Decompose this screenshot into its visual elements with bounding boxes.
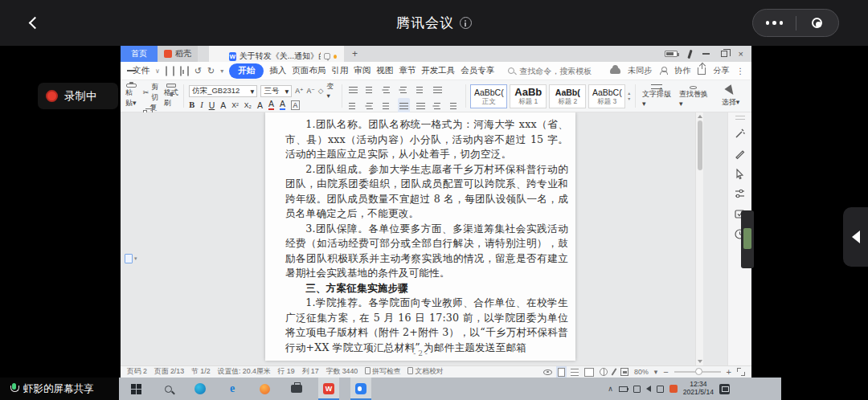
info-icon[interactable] [460,17,472,29]
menu-tab-insert[interactable]: 插入 [269,65,286,76]
enclose-char-button[interactable]: A [291,100,300,110]
tray-app-icon[interactable] [633,386,641,393]
collaborate-button[interactable]: 协作 [674,65,690,76]
menu-tab-start[interactable]: 开始 [229,63,264,79]
line-spacing-button[interactable] [432,98,444,114]
highlight-color-button[interactable]: A [268,100,274,110]
restore-button[interactable] [721,51,727,57]
menu-tab-section[interactable]: 章节 [399,65,416,76]
scrollbar-thumb[interactable] [698,120,702,170]
menu-tab-references[interactable]: 引用 [331,65,348,76]
tray-red-app-icon[interactable] [669,385,678,393]
vertical-scrollbar[interactable] [695,112,703,365]
tab-document[interactable]: W 关于转发《关...通知》的通知 [209,46,344,62]
tab-home[interactable]: 首页 [121,46,158,62]
capsule-close-button[interactable] [796,18,839,28]
zoom-in-button[interactable]: + [727,368,731,377]
print-layout-view-button[interactable] [558,368,565,377]
undo-button[interactable]: ↺ [194,66,202,76]
char-border-button[interactable]: A [220,100,226,110]
read-view-button[interactable] [584,368,594,377]
styles-scroll-buttons[interactable]: ▴▾ [628,91,630,102]
select-cursor-icon[interactable] [734,168,746,180]
style-normal[interactable]: AaBbC( 正文 [470,84,507,108]
command-search[interactable] [508,66,604,76]
select-button[interactable]: 选择▾ [714,82,747,110]
taskbar-edge[interactable] [190,378,211,400]
save-icon[interactable] [166,66,167,76]
web-view-button[interactable] [600,368,608,376]
cut-button[interactable]: ✂剪切 [143,82,159,103]
numbered-list-button[interactable] [364,82,376,98]
decrease-indent-button[interactable] [381,82,393,98]
italic-button[interactable]: I [200,100,203,109]
taskbar-ie[interactable]: e [222,378,243,400]
doc-proof-button[interactable]: 文档校对 [407,367,443,377]
export-icon[interactable] [173,66,174,76]
text-layout-button[interactable]: 文字排版▾ [641,82,673,110]
spell-check-button[interactable]: 拼写检查 [365,367,400,377]
paste-options-button[interactable]: ▾ [125,254,137,263]
style-heading3[interactable]: AaBbC( 标题 3 [588,84,625,108]
zoom-value[interactable]: 80% [634,368,649,376]
taskbar-search-button[interactable] [158,378,178,400]
tab-docer[interactable]: 稻壳 [158,46,198,62]
font-size-select[interactable]: 三号▾ [260,85,292,97]
format-painter-button[interactable]: 格式刷 [164,82,179,110]
scroll-up-icon[interactable] [698,115,702,118]
document-page[interactable]: 1.团队名称。团队名称统一格式为：河海大学 xxx（省、市、县）xxx（活动内容… [265,112,575,361]
back-button[interactable] [31,18,42,29]
preview-icon[interactable] [187,66,189,76]
shrink-font-button[interactable]: A⁻ [307,87,315,95]
paste-button[interactable]: 粘贴▾ [125,82,138,110]
status-word-count[interactable]: 字数 3440 [326,367,358,377]
taskbar-browser360[interactable] [254,378,275,400]
shading-button[interactable] [448,98,461,114]
scroll-down-icon[interactable] [698,360,702,363]
print-icon[interactable] [180,66,182,76]
redo-button[interactable]: ↻ [207,66,215,76]
close-button[interactable]: × [739,50,743,59]
taskbar-tencent-meeting[interactable] [350,378,371,400]
align-center-button[interactable] [364,98,376,114]
action-center-icon[interactable] [719,384,730,394]
bullet-list-button[interactable] [347,82,359,98]
more-button[interactable] [753,21,796,25]
justify-button[interactable] [398,98,410,114]
align-left-button[interactable] [347,98,359,114]
distribute-button[interactable] [415,98,427,114]
command-search-input[interactable] [518,66,604,76]
phonetic-guide-button[interactable]: 变▾ [326,82,336,100]
menu-tab-review[interactable]: 审阅 [354,65,371,76]
adjust-sliders-icon[interactable] [734,188,746,200]
network-icon[interactable] [657,386,664,393]
font-color-button[interactable]: A [280,100,285,110]
menu-tab-member[interactable]: 会员专享 [461,65,494,76]
taskbar-wps[interactable]: W [318,378,339,400]
style-heading2[interactable]: AaBb( 标题 2 [549,84,586,108]
underline-button[interactable]: U [209,100,215,110]
bold-button[interactable]: B [189,100,194,109]
sync-status[interactable]: 未同步 [628,65,652,76]
comment-icon[interactable] [324,53,330,59]
style-heading1[interactable]: AaBb 标题 1 [510,84,547,108]
taskbar-clock[interactable]: 12:34 2021/5/14 [683,381,714,396]
menu-tab-dev-tools[interactable]: 开发工具 [421,65,455,76]
share-button[interactable]: 分享 [713,65,729,76]
superscript-button[interactable]: X² [231,101,239,109]
find-replace-button[interactable]: 查找替换▾ [678,82,710,110]
zoom-out-button[interactable]: − [663,368,668,377]
eye-protect-icon[interactable] [543,369,552,375]
grow-font-button[interactable]: A⁺ [295,87,303,95]
zoom-caret-icon[interactable]: ▾ [654,368,657,376]
fullscreen-icon[interactable] [737,368,745,376]
tray-expand-button[interactable]: ∧ [608,385,613,393]
menu-tab-page-layout[interactable]: 页面布局 [292,65,326,76]
show-marks-button[interactable] [415,82,427,98]
char-shading-button[interactable]: A [257,100,263,110]
new-tab-button[interactable]: + [344,46,366,62]
outline-view-button[interactable] [571,369,579,376]
subscript-button[interactable]: X₂ [244,101,252,109]
annotate-pen-icon[interactable] [734,148,746,160]
volume-icon[interactable] [646,386,651,392]
